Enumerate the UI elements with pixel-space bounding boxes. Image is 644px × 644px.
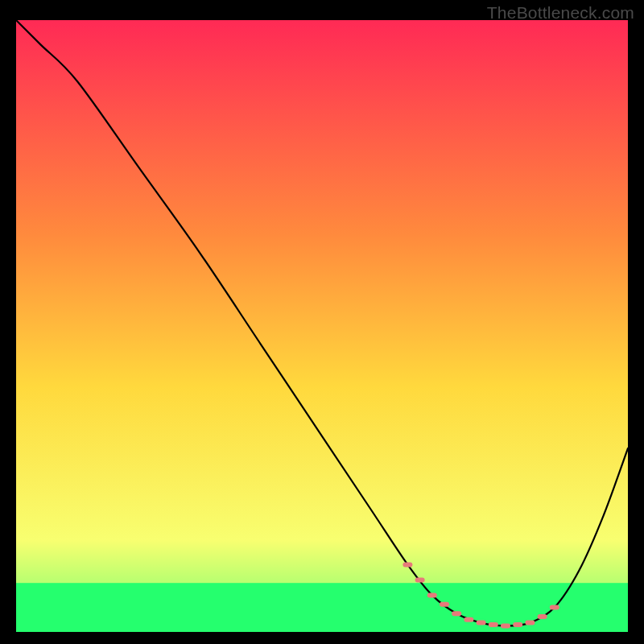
chart-frame: TheBottleneck.com (0, 0, 644, 644)
watermark-text: TheBottleneck.com (487, 3, 634, 23)
sweet-spot-dash (538, 614, 547, 619)
plot-area (16, 20, 628, 632)
sweet-spot-dash (464, 617, 473, 622)
sweet-spot-dash (489, 622, 498, 627)
sweet-spot-dash (402, 562, 412, 567)
bottom-sweet-band (16, 583, 628, 632)
chart-svg (16, 20, 628, 632)
sweet-spot-dash (477, 621, 486, 625)
sweet-spot-dash (550, 605, 559, 610)
sweet-spot-dash (513, 622, 522, 627)
sweet-spot-dash (427, 592, 437, 597)
sweet-spot-dash (415, 577, 425, 582)
sweet-spot-dash (525, 621, 535, 625)
gradient-background (16, 20, 628, 632)
sweet-spot-dash (501, 623, 510, 628)
sweet-spot-dash (452, 611, 461, 616)
sweet-spot-dash (440, 602, 449, 607)
